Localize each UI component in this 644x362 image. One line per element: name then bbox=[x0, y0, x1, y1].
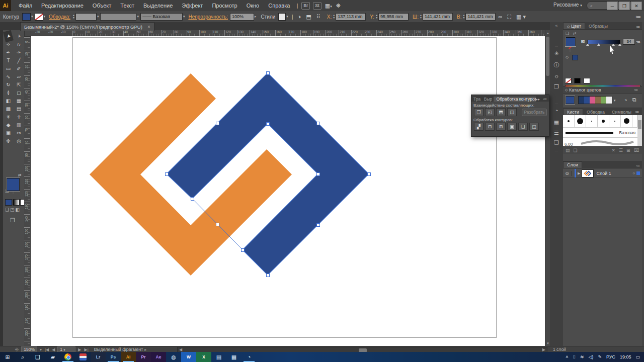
pathfinder-op-button[interactable]: ▣ bbox=[507, 123, 517, 131]
tray-icon[interactable]: ✎ bbox=[598, 354, 602, 359]
brushes-tab[interactable]: Обводка bbox=[583, 109, 608, 115]
drawing-mode-button[interactable]: ❏ bbox=[5, 207, 9, 212]
menu-item[interactable]: Эффект bbox=[177, 0, 207, 11]
harmony-swatch[interactable] bbox=[595, 97, 601, 104]
base-color-swatch[interactable] bbox=[566, 96, 575, 104]
menu-item[interactable]: Редактирование bbox=[37, 0, 88, 11]
brush-item[interactable] bbox=[609, 115, 621, 127]
menu-item[interactable]: Текст bbox=[116, 0, 139, 11]
field-stepper[interactable]: ▲▼ bbox=[333, 14, 335, 19]
pathfinder-op-button[interactable]: ⊞ bbox=[496, 123, 506, 131]
tool-button[interactable]: ▤ bbox=[14, 105, 24, 113]
last-artboard-icon[interactable]: ▶| bbox=[85, 347, 89, 352]
zoom-caret-icon[interactable]: ▾ bbox=[40, 347, 42, 352]
anchor-point[interactable] bbox=[241, 248, 245, 252]
screen-mode-button[interactable]: ❐ bbox=[10, 217, 15, 224]
tool-button[interactable]: ▦ bbox=[14, 97, 24, 105]
drawing-mode-button[interactable]: ◧ bbox=[16, 207, 20, 212]
profile-caret-icon[interactable]: ▾ bbox=[137, 15, 139, 19]
quick-panel-button[interactable]: St bbox=[313, 2, 321, 10]
swap-fill-stroke-icon[interactable]: ⇄ bbox=[18, 173, 22, 177]
stroke-weight-caret-icon[interactable]: ▾ bbox=[97, 15, 99, 19]
styles-caret-icon[interactable]: ▾ bbox=[286, 15, 288, 19]
tool-button[interactable]: ◎ bbox=[14, 137, 24, 145]
harmony-swatch[interactable] bbox=[606, 97, 612, 104]
tool-button[interactable]: ▣ bbox=[3, 129, 14, 137]
layer-row[interactable]: ⊙ ▶ Слой 1 ○ bbox=[563, 169, 642, 178]
variable-width-profile[interactable] bbox=[100, 13, 136, 21]
first-artboard-icon[interactable]: |◀ bbox=[45, 347, 49, 352]
remove-stroke-icon[interactable]: ✕ bbox=[611, 148, 615, 153]
taskbar-item[interactable]: Pr bbox=[136, 352, 151, 362]
anchor-point[interactable] bbox=[216, 122, 219, 125]
taskbar-item[interactable]: ❑ bbox=[30, 352, 45, 362]
anchor-point[interactable] bbox=[266, 274, 270, 277]
tool-button[interactable]: ✒ bbox=[3, 48, 14, 56]
pathfinder-op-button[interactable]: ❏ bbox=[518, 123, 528, 131]
menu-item[interactable]: Справка bbox=[264, 0, 294, 11]
layer-name[interactable]: Слой 1 bbox=[596, 171, 632, 176]
taskbar-item[interactable]: Ps bbox=[106, 352, 121, 362]
pathfinder-op-button[interactable]: ◱ bbox=[529, 123, 539, 131]
color-guide-menu-icon[interactable]: ≔ bbox=[634, 87, 640, 92]
harmony-swatch[interactable] bbox=[590, 97, 595, 104]
stroke-stepper[interactable]: ▲▼ bbox=[72, 14, 75, 19]
gamut-cube-icon[interactable]: ◇ bbox=[566, 55, 569, 59]
field-input[interactable]: 141,421 mm bbox=[423, 13, 453, 21]
anchor-point[interactable] bbox=[266, 122, 270, 126]
channel-value-input[interactable]: 34 bbox=[623, 39, 635, 45]
taskbar-item[interactable]: ▰ bbox=[45, 352, 60, 362]
anchor-point[interactable] bbox=[165, 172, 169, 176]
stroke-caret-icon[interactable]: ▾ bbox=[44, 15, 46, 19]
window-button[interactable]: ✕ bbox=[631, 2, 642, 10]
tool-button[interactable]: ▭ bbox=[3, 64, 14, 72]
field-stepper[interactable]: ▲▼ bbox=[462, 14, 465, 19]
taskbar-item[interactable]: Ai bbox=[121, 352, 136, 362]
layer-target-icon[interactable]: ○ bbox=[632, 171, 635, 175]
harmony-caret-icon[interactable]: ▾ bbox=[614, 99, 616, 103]
quick-panel-button[interactable]: Br bbox=[301, 2, 310, 10]
taskbar-item[interactable]: Lr bbox=[91, 352, 106, 362]
tool-button[interactable]: ▱ bbox=[14, 72, 24, 80]
brush-item[interactable] bbox=[598, 115, 609, 127]
scroll-right-icon[interactable]: ▶ bbox=[542, 347, 545, 352]
collapsed-panel-icon[interactable]: ❏ bbox=[550, 139, 563, 146]
control-icon[interactable]: ⛶ bbox=[507, 14, 511, 20]
brush-definition[interactable]: —— Базовая bbox=[140, 13, 183, 21]
control-panel-menu-icon[interactable]: ≔ bbox=[635, 14, 641, 20]
tool-button[interactable]: ⇱ bbox=[14, 80, 24, 88]
black-swatch[interactable] bbox=[574, 78, 581, 83]
status-expand-icon[interactable]: ▸ bbox=[144, 347, 146, 352]
taskbar-item[interactable] bbox=[75, 352, 91, 362]
taskbar-item[interactable]: X bbox=[196, 352, 211, 362]
collapsed-panel-icon[interactable]: ☼ bbox=[550, 73, 563, 79]
brushes-tab[interactable]: Кисти bbox=[563, 109, 583, 115]
collapsed-panel-icon[interactable]: ◔ bbox=[550, 108, 563, 114]
opacity-input[interactable]: 100% bbox=[230, 13, 254, 21]
menu-item[interactable]: Файл bbox=[14, 0, 37, 11]
prev-artboard-icon[interactable]: ◀ bbox=[52, 347, 55, 352]
brushes-tab[interactable]: Символы bbox=[608, 109, 635, 115]
brush-item[interactable] bbox=[621, 115, 632, 127]
collapsed-panel-icon[interactable]: ✳ bbox=[550, 50, 563, 57]
menu-item[interactable]: Объект bbox=[88, 0, 116, 11]
tool-button[interactable]: ≬ bbox=[3, 88, 14, 97]
control-icon[interactable]: ⠿ bbox=[316, 14, 320, 20]
channel-slider[interactable] bbox=[587, 40, 620, 44]
pathfinder-menu-icon[interactable]: ≔ bbox=[543, 97, 549, 102]
taskbar-item[interactable]: ▦ bbox=[226, 352, 242, 362]
control-icon[interactable]: ◑ bbox=[298, 14, 301, 20]
field-input[interactable]: 137,113 mm bbox=[336, 13, 366, 21]
layer-selection-chip[interactable] bbox=[636, 171, 640, 175]
tool-button[interactable]: ◻ bbox=[14, 88, 24, 97]
next-artboard-icon[interactable]: ▶ bbox=[78, 347, 81, 352]
fill-caret-icon[interactable]: ▾ bbox=[31, 15, 33, 19]
brush-item[interactable] bbox=[586, 115, 598, 127]
document-tab[interactable]: Безымянный-2* @ 150% (CMYK/Предпросмотр … bbox=[20, 22, 154, 31]
tool-button[interactable]: ↻ bbox=[3, 80, 14, 88]
mini-swatch-icon[interactable]: ❏ bbox=[566, 31, 569, 36]
close-tab-icon[interactable]: × bbox=[147, 24, 150, 30]
color-guide-icon[interactable]: ⧉ bbox=[632, 97, 636, 103]
brush-libraries-icon[interactable]: ▤ bbox=[566, 148, 570, 153]
tray-icon[interactable]: ⌷ bbox=[573, 354, 576, 360]
